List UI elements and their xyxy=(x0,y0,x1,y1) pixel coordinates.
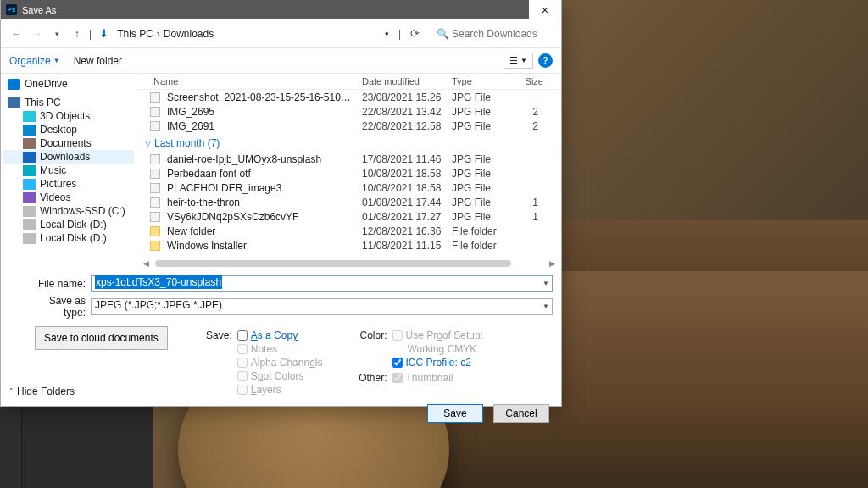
file-row[interactable]: IMG_269122/08/2021 12.58JPG File2 xyxy=(136,119,561,133)
group-earlier[interactable]: ▽Earlier this year (1) xyxy=(136,252,561,257)
breadcrumb-current[interactable]: Downloads xyxy=(164,28,214,40)
notes-checkbox: Notes xyxy=(237,343,323,355)
group-last-month[interactable]: ▽Last month (7) xyxy=(136,133,561,152)
search-box[interactable]: 🔍 xyxy=(433,25,554,43)
col-size[interactable]: Size xyxy=(511,74,548,89)
disk-icon xyxy=(23,206,36,217)
search-input[interactable] xyxy=(433,25,554,43)
save-cloud-button[interactable]: Save to cloud documents xyxy=(35,326,168,350)
file-date: 01/08/2021 17.44 xyxy=(357,197,447,208)
col-date[interactable]: Date modified xyxy=(357,74,447,89)
folder-tree: OneDriveThis PC3D ObjectsDesktopDocument… xyxy=(1,74,136,257)
refresh-icon[interactable]: ⟳ xyxy=(404,25,425,42)
tree-item-pictures[interactable]: Pictures xyxy=(3,177,134,191)
col-name[interactable]: Name xyxy=(148,74,357,89)
file-icon xyxy=(150,154,160,164)
file-row[interactable]: Perbedaan font otf10/08/2021 18.58JPG Fi… xyxy=(136,166,561,180)
color-label: Color: xyxy=(357,330,387,369)
hide-folders-button[interactable]: ˄ Hide Folders xyxy=(9,385,75,397)
file-row[interactable]: VSy6kJDNq2pSXsCzb6cvYF01/08/2021 17.27JP… xyxy=(136,209,561,224)
obj3d-icon xyxy=(23,111,36,122)
col-type[interactable]: Type xyxy=(447,74,511,89)
tree-item-this-pc[interactable]: This PC xyxy=(3,96,134,109)
file-size: 1 xyxy=(511,197,543,208)
file-name-input[interactable]: xps-1qLdTsX3_70-unsplash ▼ xyxy=(91,275,553,292)
file-browser-body: OneDriveThis PC3D ObjectsDesktopDocument… xyxy=(1,74,561,257)
chevron-down-icon: ▼ xyxy=(520,57,527,64)
file-row[interactable]: IMG_269522/08/2021 13.42JPG File2 xyxy=(136,104,561,119)
tree-item-music[interactable]: Music xyxy=(3,164,134,177)
view-button[interactable]: ☰ ▼ xyxy=(504,53,533,69)
file-name: IMG_2691 xyxy=(162,120,357,132)
file-row[interactable]: Windows Installer11/08/2021 11.15File fo… xyxy=(136,238,561,252)
file-size: 2 xyxy=(511,106,543,118)
close-button[interactable]: × xyxy=(529,0,561,19)
file-pane: Name Date modified Type Size Screenshot_… xyxy=(136,74,561,257)
file-row[interactable]: PLACEHOLDER_image310/08/2021 18.58JPG Fi… xyxy=(136,180,561,195)
file-name: daniel-roe-Ipjb_UMOyx8-unsplash xyxy=(162,153,357,165)
file-type: JPG File xyxy=(447,182,511,194)
checkbox-col xyxy=(136,74,148,89)
save-label: Save: xyxy=(202,330,232,396)
chevron-down-icon[interactable]: ▼ xyxy=(542,302,549,310)
scroll-left-icon[interactable]: ◀ xyxy=(140,258,152,269)
icc-profile-checkbox[interactable]: ICC Profile: c2 xyxy=(392,357,483,369)
file-name: VSy6kJDNq2pSXsCzb6cvYF xyxy=(162,211,357,223)
help-icon[interactable]: ? xyxy=(538,53,553,68)
disk-icon xyxy=(23,219,36,230)
tree-item-downloads[interactable]: Downloads xyxy=(3,150,134,164)
file-name: Screenshot_2021-08-23-15-25-16-510_com.b… xyxy=(162,92,357,103)
save-as-type-value: JPEG (*.JPG;*.JPEG;*.JPE) xyxy=(95,299,222,311)
tree-item-windows-ssd-c-[interactable]: Windows-SSD (C:) xyxy=(3,204,134,218)
disk-icon xyxy=(23,233,36,244)
save-as-type-dropdown[interactable]: JPEG (*.JPG;*.JPEG;*.JPE) ▼ xyxy=(91,298,553,315)
tree-item-local-disk-d-[interactable]: Local Disk (D:) xyxy=(3,218,134,231)
breadcrumb[interactable]: This PC › Downloads xyxy=(115,28,376,40)
file-icon xyxy=(150,212,160,222)
scroll-right-icon[interactable]: ▶ xyxy=(546,258,558,269)
hide-folders-label: Hide Folders xyxy=(17,385,75,397)
organize-button[interactable]: Organize ▼ xyxy=(9,55,60,67)
breadcrumb-root[interactable]: This PC xyxy=(117,28,153,40)
file-date: 22/08/2021 12.58 xyxy=(357,120,447,132)
music-icon xyxy=(23,165,36,176)
tree-item-local-disk-d-[interactable]: Local Disk (D:) xyxy=(3,231,134,245)
proof-checkbox: Use Proof Setup: xyxy=(392,330,483,341)
file-date: 17/08/2021 11.46 xyxy=(357,153,447,165)
onedrive-icon xyxy=(8,79,20,90)
file-list: Screenshot_2021-08-23-15-25-16-510_com.b… xyxy=(136,90,561,257)
tree-item-3d-objects[interactable]: 3D Objects xyxy=(3,109,134,123)
file-icon xyxy=(150,121,160,131)
file-row[interactable]: Screenshot_2021-08-23-15-25-16-510_com.b… xyxy=(136,90,561,104)
cancel-button[interactable]: Cancel xyxy=(493,404,549,423)
dl-icon xyxy=(23,152,36,163)
downloads-icon: ⬇ xyxy=(95,25,112,42)
file-type: JPG File xyxy=(447,211,511,223)
desk-icon xyxy=(23,125,36,136)
file-row[interactable]: New folder12/08/2021 16.36File folder xyxy=(136,224,561,238)
breadcrumb-dropdown-icon[interactable]: ▾ xyxy=(380,30,395,38)
file-date: 10/08/2021 18.58 xyxy=(357,182,447,194)
save-button[interactable]: Save xyxy=(427,404,483,423)
save-as-dialog: Ps Save As × ← → ▾ ↑ | ⬇ This PC › Downl… xyxy=(0,0,562,407)
back-icon[interactable]: ← xyxy=(8,25,25,42)
recent-chevron-icon[interactable]: ▾ xyxy=(48,25,65,42)
tree-item-documents[interactable]: Documents xyxy=(3,136,134,150)
file-row[interactable]: heir-to-the-thron01/08/2021 17.44JPG Fil… xyxy=(136,195,561,209)
horiz-scrollbar[interactable]: ◀ ▶ xyxy=(136,257,561,269)
as-a-copy-checkbox[interactable]: As a Copy xyxy=(237,330,323,341)
up-icon[interactable]: ↑ xyxy=(69,25,86,42)
scroll-thumb[interactable] xyxy=(155,260,511,267)
file-name: heir-to-the-thron xyxy=(162,197,357,208)
file-type: JPG File xyxy=(447,168,511,180)
file-row[interactable]: daniel-roe-Ipjb_UMOyx8-unsplash17/08/202… xyxy=(136,152,561,166)
chevron-down-icon[interactable]: ▼ xyxy=(542,280,549,287)
tree-item-videos[interactable]: Videos xyxy=(3,191,134,204)
footer: Save Cancel xyxy=(1,397,561,423)
tree-item-onedrive[interactable]: OneDrive xyxy=(3,77,134,91)
tree-item-desktop[interactable]: Desktop xyxy=(3,123,134,136)
file-name-label: File name: xyxy=(31,278,86,290)
chevron-down-icon: ▼ xyxy=(53,57,60,64)
new-folder-button[interactable]: New folder xyxy=(74,55,122,67)
file-date: 01/08/2021 17.27 xyxy=(357,211,447,223)
